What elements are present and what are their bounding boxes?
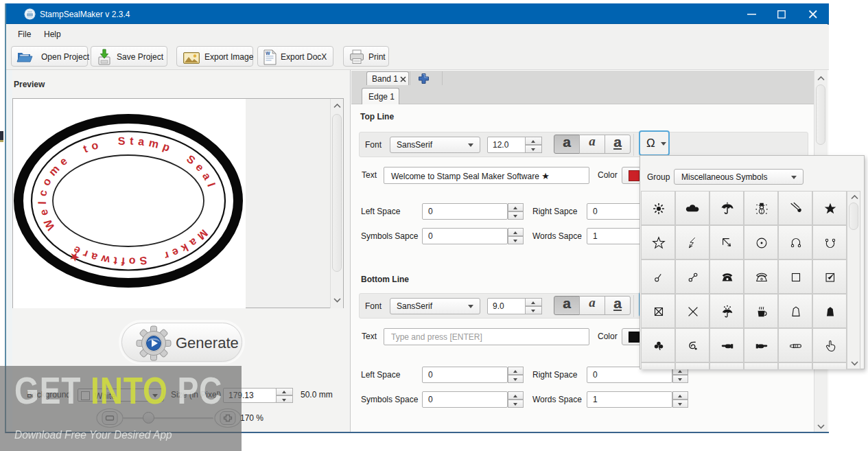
svg-text:Maker Software: Maker Software	[68, 227, 210, 267]
svg-text:W: W	[266, 51, 270, 56]
